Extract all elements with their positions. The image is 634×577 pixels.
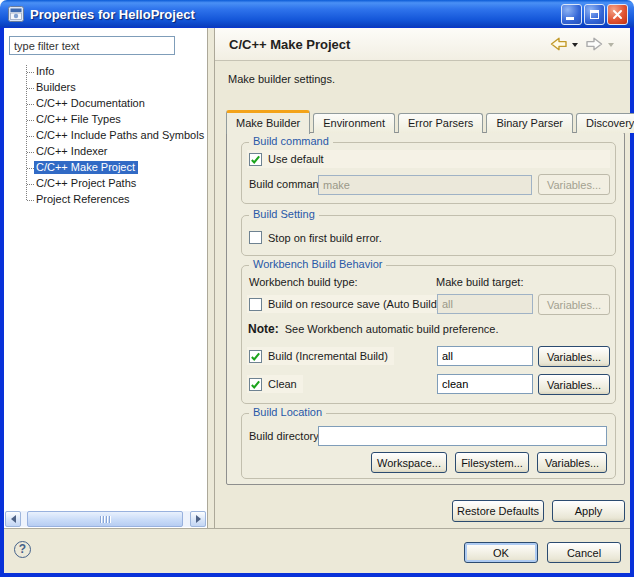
cancel-button[interactable]: Cancel: [547, 542, 621, 563]
filter-input[interactable]: [9, 36, 175, 55]
panel-actions: Restore Defaults Apply: [452, 500, 625, 522]
back-arrow-icon: [550, 36, 567, 52]
sidebar-item-info[interactable]: Info: [4, 64, 205, 80]
incremental-target-field[interactable]: [437, 346, 533, 366]
sidebar-item-builders[interactable]: Builders: [4, 80, 205, 96]
stop-on-error-row: Stop on first build error.: [249, 231, 382, 244]
build-location-buttons: Workspace... Filesystem... Variables...: [371, 452, 607, 473]
sidebar-item-cpp-project-paths[interactable]: C/C++ Project Paths: [4, 176, 205, 192]
incremental-build-row: Build (Incremental Build): [247, 347, 394, 365]
maximize-icon: [590, 10, 599, 19]
horizontal-scrollbar[interactable]: [5, 511, 206, 527]
minimize-button[interactable]: [561, 4, 582, 25]
tab-bar: Make Builder Environment Error Parsers B…: [226, 110, 634, 133]
build-directory-field[interactable]: [318, 426, 607, 446]
workspace-button[interactable]: Workspace...: [371, 452, 447, 473]
dialog-footer: ? OK Cancel: [4, 528, 630, 573]
scroll-left-icon: [7, 515, 16, 523]
make-build-target-label: Make build target:: [436, 276, 523, 288]
sidebar-item-cpp-indexer[interactable]: C/C++ Indexer: [4, 144, 205, 160]
check-icon: [250, 379, 261, 390]
page-description: Make builder settings.: [228, 73, 335, 85]
variables-button-location[interactable]: Variables...: [537, 452, 607, 473]
tab-error-parsers[interactable]: Error Parsers: [398, 113, 483, 133]
workbench-group-title: Workbench Build Behavior: [249, 258, 386, 270]
dialog-body: Info Builders C/C++ Documentation C/C++ …: [0, 28, 634, 577]
page-title: C/C++ Make Project: [229, 37, 548, 52]
scroll-right-icon: [196, 515, 205, 523]
check-icon: [250, 351, 261, 362]
restore-defaults-button[interactable]: Restore Defaults: [452, 500, 544, 522]
titlebar[interactable]: Properties for HelloProject: [0, 0, 634, 28]
clean-row: Clean: [247, 375, 303, 393]
use-default-checkbox[interactable]: [249, 153, 262, 166]
sidebar: Info Builders C/C++ Documentation C/C++ …: [4, 28, 208, 528]
incremental-build-label: Build (Incremental Build): [268, 350, 388, 362]
properties-dialog: Properties for HelloProject Info Builder…: [0, 0, 634, 577]
note-label: Note:: [248, 322, 279, 336]
stop-on-error-label: Stop on first build error.: [268, 232, 382, 244]
build-directory-label: Build directory:: [249, 430, 322, 442]
sidebar-item-cpp-documentation[interactable]: C/C++ Documentation: [4, 96, 205, 112]
clean-target-field[interactable]: [437, 374, 533, 394]
build-location-group-title: Build Location: [249, 406, 326, 418]
make-builder-pane: Build command Use default Build command:…: [226, 132, 625, 485]
back-button[interactable]: [548, 35, 569, 53]
variables-button-incremental[interactable]: Variables...: [538, 346, 610, 367]
build-setting-group: Build Setting Stop on first build error.: [241, 215, 616, 256]
minimize-icon: [566, 17, 574, 20]
history-navigation: [548, 35, 620, 53]
scroll-left-button[interactable]: [5, 511, 21, 527]
tab-make-builder[interactable]: Make Builder: [226, 110, 310, 134]
apply-button[interactable]: Apply: [552, 500, 625, 522]
workbench-behavior-group: Workbench Build Behavior Workbench build…: [241, 265, 616, 404]
use-default-row: Use default: [247, 150, 610, 168]
tab-binary-parser[interactable]: Binary Parser: [486, 113, 573, 133]
forward-arrow-icon: [586, 36, 603, 52]
auto-build-label: Build on resource save (Auto Build): [268, 298, 440, 310]
maximize-button[interactable]: [584, 4, 605, 25]
check-icon: [250, 154, 261, 165]
variables-button-auto-build: Variables...: [538, 294, 610, 315]
variables-button-clean[interactable]: Variables...: [538, 374, 610, 395]
build-command-group: Build command Use default Build command:…: [241, 142, 616, 204]
window-title: Properties for HelloProject: [30, 7, 559, 22]
build-command-label: Build command:: [249, 178, 328, 190]
close-button[interactable]: [607, 4, 628, 25]
filesystem-button[interactable]: Filesystem...: [455, 452, 529, 473]
properties-window-icon: [8, 6, 24, 22]
build-command-group-title: Build command: [249, 135, 333, 147]
back-dropdown-icon[interactable]: [572, 43, 578, 50]
sidebar-item-cpp-make-project[interactable]: C/C++ Make Project: [4, 160, 205, 176]
clean-checkbox[interactable]: [249, 378, 262, 391]
page-header: C/C++ Make Project: [215, 28, 630, 61]
ok-button[interactable]: OK: [464, 542, 538, 563]
stop-on-error-checkbox[interactable]: [249, 231, 262, 244]
footer-buttons: OK Cancel: [464, 542, 621, 563]
scroll-right-button[interactable]: [190, 511, 206, 527]
tab-discovery-options[interactable]: Discovery Options: [576, 113, 634, 133]
build-location-group: Build Location Build directory: Workspac…: [241, 413, 616, 479]
sidebar-item-cpp-include-paths[interactable]: C/C++ Include Paths and Symbols: [4, 128, 205, 144]
scrollbar-thumb[interactable]: [27, 511, 183, 527]
forward-button: [584, 35, 605, 53]
clean-label: Clean: [268, 378, 297, 390]
preferences-tree: Info Builders C/C++ Documentation C/C++ …: [4, 64, 205, 208]
auto-build-row: Build on resource save (Auto Build): [247, 295, 446, 313]
auto-build-checkbox[interactable]: [249, 298, 262, 311]
incremental-build-checkbox[interactable]: [249, 350, 262, 363]
help-icon[interactable]: ?: [14, 541, 31, 558]
auto-build-target-field: [437, 294, 533, 314]
note-row: Note:See Workbench automatic build prefe…: [248, 322, 498, 336]
use-default-label: Use default: [268, 153, 324, 165]
note-text: See Workbench automatic build preference…: [285, 323, 499, 335]
build-setting-group-title: Build Setting: [249, 208, 319, 220]
sidebar-item-project-references[interactable]: Project References: [4, 192, 205, 208]
tab-environment[interactable]: Environment: [313, 113, 395, 133]
workbench-build-type-label: Workbench build type:: [249, 276, 358, 288]
sidebar-item-cpp-file-types[interactable]: C/C++ File Types: [4, 112, 205, 128]
close-icon: [612, 9, 623, 20]
build-command-field: [318, 175, 532, 195]
variables-button-build-command: Variables...: [538, 174, 610, 195]
main-panel: C/C++ Make Project M: [214, 28, 630, 528]
